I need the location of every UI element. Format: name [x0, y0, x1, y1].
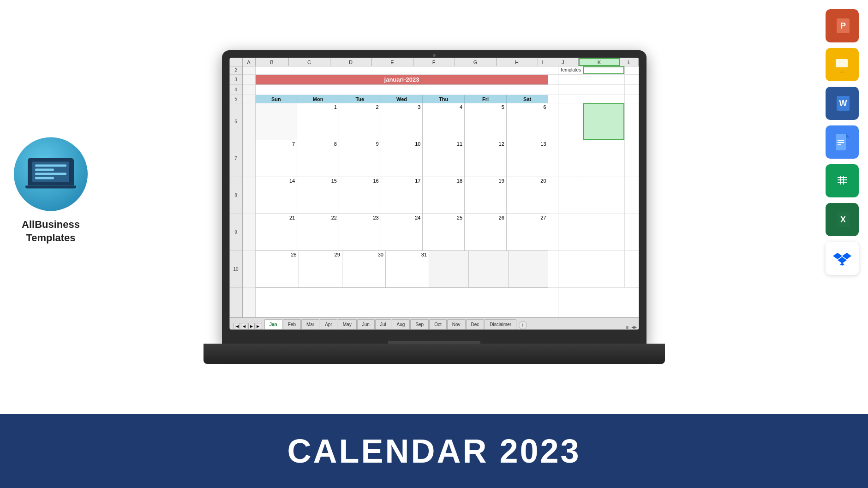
w3-sun: 14 — [256, 177, 298, 214]
r-row-5 — [558, 95, 639, 103]
laptop-screen: A B C D E F G H I J K L — [229, 58, 639, 330]
tab-next-btn[interactable]: ▶ — [248, 323, 255, 329]
svg-rect-6 — [840, 71, 844, 73]
cal-title-row: januari-2023 — [256, 75, 548, 85]
col-a: A — [243, 58, 256, 66]
col-j: J — [548, 58, 579, 66]
camera-dot — [433, 54, 436, 57]
tab-jan[interactable]: Jan — [264, 319, 282, 329]
google-slides-icon[interactable] — [826, 48, 859, 81]
tab-mar[interactable]: Mar — [301, 319, 319, 329]
dropbox-icon[interactable] — [826, 242, 859, 275]
tab-prev-btn[interactable]: ◀ — [241, 323, 247, 329]
sheet-tabs-bar: |◀ ◀ ▶ ▶| Jan Feb Mar Apr May Jun Jul Au… — [230, 317, 639, 329]
powerpoint-icon[interactable]: P — [826, 9, 859, 42]
banner-title: CALENDAR 2023 — [287, 432, 581, 470]
w3-tue: 16 — [339, 177, 381, 214]
w4-fri: 26 — [465, 214, 507, 250]
scroll-bar-area[interactable]: ◀▶ — [631, 325, 637, 329]
tab-jun[interactable]: Jun — [357, 319, 375, 329]
col-f: F — [413, 58, 455, 66]
w4-sun: 21 — [256, 214, 298, 250]
w3-mon: 15 — [297, 177, 339, 214]
logo-circle — [14, 137, 88, 211]
w5-fri — [469, 251, 509, 287]
w3-thu: 18 — [423, 177, 465, 214]
calendar-area: januari-2023 Sun Mon Tue Wed — [256, 66, 548, 317]
excel-content: A B C D E F G H I J K L — [230, 58, 639, 329]
row-num-5: 5 — [230, 95, 242, 103]
brand-name: AllBusiness Templates — [22, 218, 80, 244]
tab-first-btn[interactable]: |◀ — [233, 323, 240, 329]
svg-text:P: P — [840, 21, 846, 30]
w3-wed: 17 — [381, 177, 423, 214]
excel-icon[interactable]: X — [826, 203, 859, 236]
w4-thu: 25 — [423, 214, 465, 250]
screen-line-2 — [35, 168, 54, 171]
week-5: 28 29 30 31 — [256, 251, 548, 288]
tab-apr[interactable]: Apr — [320, 319, 337, 329]
col-h: H — [497, 58, 538, 66]
tab-oct[interactable]: Oct — [429, 319, 447, 329]
l-col-cell — [624, 66, 638, 74]
word-icon[interactable]: W — [826, 87, 859, 120]
w4-wed: 24 — [381, 214, 423, 250]
r-row-3 — [558, 75, 639, 85]
tabs-right-controls: ◀▶ — [626, 325, 639, 329]
laptop-base-icon — [25, 185, 76, 188]
templates-label: Templates — [558, 66, 583, 74]
r-row-10 — [558, 251, 639, 288]
w1-sun — [256, 103, 298, 140]
svg-rect-5 — [837, 70, 847, 71]
bottom-banner: CALENDAR 2023 — [0, 414, 868, 488]
tab-sep[interactable]: Sep — [410, 319, 429, 329]
k-col-header-cell — [583, 66, 624, 74]
laptop-container: A B C D E F G H I J K L — [204, 50, 665, 364]
w1-sat: 6 — [507, 103, 548, 140]
screen-line-3 — [35, 173, 66, 175]
w2-mon: 8 — [297, 140, 339, 177]
w4-sat: 27 — [507, 214, 548, 250]
col-i-cells — [548, 66, 558, 317]
r-row-4 — [558, 85, 639, 95]
col-g: G — [455, 58, 497, 66]
svg-rect-18 — [838, 177, 847, 178]
tab-nov[interactable]: Nov — [447, 319, 466, 329]
svg-marker-29 — [840, 263, 844, 266]
row-2 — [256, 66, 548, 75]
col-a-cells — [243, 66, 256, 317]
r-row-9 — [558, 214, 639, 251]
svg-marker-12 — [846, 134, 850, 137]
w2-sun: 7 — [256, 140, 298, 177]
row-4 — [256, 85, 548, 95]
svg-rect-20 — [838, 182, 847, 183]
col-d: D — [330, 58, 372, 66]
day-sun: Sun — [256, 95, 298, 103]
w5-sun: 28 — [256, 251, 299, 287]
green-selected-cell[interactable] — [583, 103, 624, 140]
tab-may[interactable]: May — [338, 319, 357, 329]
r-row-8 — [558, 177, 639, 214]
svg-rect-19 — [838, 179, 847, 180]
tab-disclaimer[interactable]: Disclaimer — [485, 319, 516, 329]
w1-wed: 3 — [381, 103, 423, 140]
tab-last-btn[interactable]: ▶| — [256, 323, 262, 329]
add-sheet-button[interactable]: + — [519, 321, 527, 329]
w2-fri: 12 — [465, 140, 507, 177]
day-thu: Thu — [423, 95, 465, 103]
laptop-stand — [204, 344, 665, 364]
col-c: C — [289, 58, 330, 66]
cal-title-cell: januari-2023 — [256, 75, 548, 84]
tab-jul[interactable]: Jul — [375, 319, 391, 329]
row-num-3: 3 — [230, 75, 242, 85]
google-sheets-icon[interactable] — [826, 164, 859, 197]
tab-dec[interactable]: Dec — [466, 319, 485, 329]
tab-aug[interactable]: Aug — [392, 319, 410, 329]
tab-feb[interactable]: Feb — [283, 319, 301, 329]
google-docs-icon[interactable] — [826, 125, 859, 159]
laptop-body: A B C D E F G H I J K L — [222, 50, 647, 345]
r-row-7 — [558, 140, 639, 177]
w2-sat: 13 — [507, 140, 548, 177]
svg-text:X: X — [840, 215, 846, 224]
w4-mon: 22 — [297, 214, 339, 250]
